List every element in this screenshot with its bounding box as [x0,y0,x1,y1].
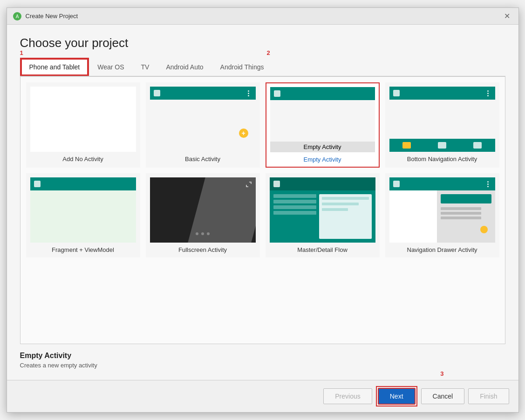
preview-basic-inner [150,87,256,152]
template-label-nav-drawer: Navigation Drawer Activity [407,246,477,253]
template-label-fragment: Fragment + ViewModel [52,246,114,253]
app-icon: A [13,12,22,21]
template-label-no-activity: Add No Activity [62,156,103,163]
template-master-detail[interactable]: Master/Detail Flow [266,173,380,257]
preview-master-inner [270,177,375,243]
template-basic-activity[interactable]: + Basic Activity [146,82,260,168]
dialog-title: Create New Project [26,13,78,20]
preview-selected-label: Empty Activity [270,142,375,152]
preview-back-btn-fragment [34,181,41,187]
template-preview-nav-drawer [389,177,495,243]
preview-menu-nav [485,181,491,187]
template-preview-fragment [30,177,136,243]
description-text: Creates a new empty activity [20,362,505,369]
description-area: Empty Activity Creates a new empty activ… [20,344,505,373]
preview-fs-dots [150,232,256,235]
templates-grid: Add No Activity [26,82,499,257]
tabs-container: Phone and Tablet Wear OS TV Android Auto… [20,58,505,76]
template-label-fullscreen: Fullscreen Activity [178,246,227,253]
preview-back-btn-empty [274,90,280,97]
preview-toolbar-master [270,177,375,190]
preview-detail-panel [319,194,372,239]
template-fragment-viewmodel[interactable]: Fragment + ViewModel [26,173,140,257]
tabs-section: 1 2 Phone and Tablet Wear OS TV Android … [20,58,505,76]
page-title: Choose your project [20,36,505,50]
preview-menu-dots [245,90,252,96]
preview-list-panel [273,194,316,239]
preview-fragment-inner [30,177,136,243]
create-project-dialog: A Create New Project ✕ Choose your proje… [7,7,519,413]
preview-toolbar-fragment [30,177,136,190]
preview-bottom-bar [389,139,495,152]
dialog-footer: 3 Previous Next Cancel Finish [7,380,518,412]
cancel-button[interactable]: Cancel [421,388,465,404]
preview-drawer-panel [437,190,495,243]
tab-wear-os[interactable]: Wear OS [89,59,132,75]
template-bottom-nav[interactable]: Bottom Navigation Activity [385,82,499,168]
template-label-empty: Empty Activity [304,156,341,163]
preview-back-btn-bottom [393,90,400,96]
preview-nav-fab [480,226,488,233]
step1-badge: 1 [20,49,23,56]
preview-fab: + [239,129,248,138]
preview-content-fragment [30,190,136,243]
preview-fullscreen-inner [150,177,256,243]
next-button[interactable]: Next [378,388,416,405]
template-fullscreen[interactable]: Fullscreen Activity [146,173,260,257]
preview-toolbar-empty [270,87,375,100]
template-preview-bottom-nav [389,87,495,152]
template-label-master: Master/Detail Flow [297,246,348,253]
template-label-bottom-nav: Bottom Navigation Activity [407,156,477,163]
next-button-wrapper: Next [376,386,417,406]
template-empty-activity[interactable]: Empty Activity Empty Activity [266,82,380,168]
preview-fs-icons [245,181,252,188]
template-preview-no-activity [30,87,136,152]
expand-icon [245,181,252,188]
finish-button[interactable]: Finish [468,388,509,404]
preview-toolbar-bottom [389,87,495,100]
template-nav-drawer[interactable]: Navigation Drawer Activity [385,173,499,257]
preview-content-bottom [389,100,495,139]
preview-bottom-nav-inner [389,87,495,152]
tab-tv[interactable]: TV [133,59,158,75]
preview-toolbar-nav [389,177,495,190]
template-preview-fullscreen [150,177,256,243]
template-preview-empty: Empty Activity [270,87,375,152]
preview-menu-bottom [485,90,491,96]
description-title: Empty Activity [20,352,505,360]
tab-android-things[interactable]: Android Things [212,59,273,75]
preview-toolbar-basic [150,87,256,100]
templates-area: Add No Activity [20,76,505,344]
template-label-basic: Basic Activity [185,156,220,163]
close-button[interactable]: ✕ [501,11,513,21]
svg-text:A: A [15,14,19,19]
template-preview-master [270,177,375,243]
tab-phone-tablet[interactable]: Phone and Tablet [21,59,89,75]
previous-button[interactable]: Previous [323,388,372,404]
title-bar: A Create New Project ✕ [7,8,518,25]
template-preview-basic: + [150,87,256,152]
preview-back-btn [154,90,160,96]
dialog-body: Choose your project 1 2 Phone and Tablet… [7,25,518,380]
preview-master-content [273,194,372,239]
step3-badge: 3 [440,370,443,377]
step2-badge: 2 [267,49,270,56]
preview-content-basic [150,100,256,152]
tab-phone-tablet-wrapper: Phone and Tablet [20,58,89,76]
preview-nav-drawer-inner [389,177,495,243]
tab-android-auto[interactable]: Android Auto [157,59,211,75]
template-no-activity[interactable]: Add No Activity [26,82,140,168]
title-bar-left: A Create New Project [13,12,78,21]
